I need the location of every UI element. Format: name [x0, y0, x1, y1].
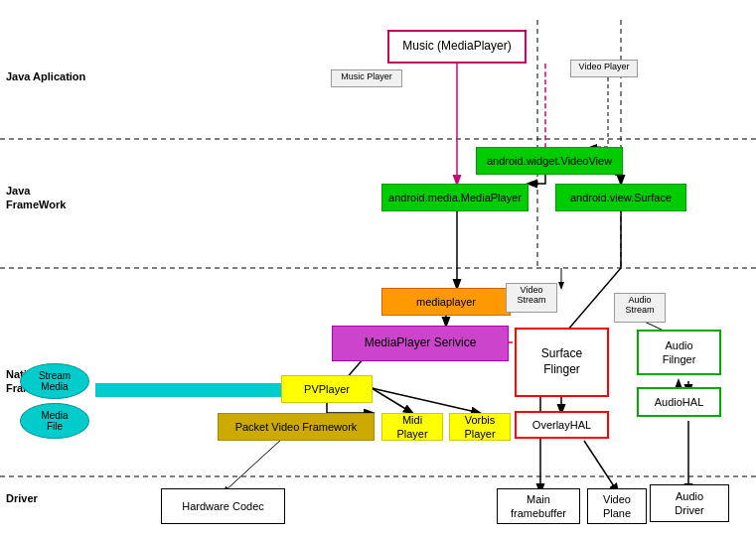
stream-media-ellipse: StreamMedia	[20, 363, 89, 399]
video-stream-label: VideoStream	[506, 283, 557, 313]
music-player-label: Music Player	[331, 69, 402, 87]
surface-view-box: android.view.Surface	[555, 184, 686, 211]
hw-codec-box: Hardware Codec	[161, 488, 285, 524]
main-framebuffer-box: Mainframebuffer	[497, 488, 580, 524]
music-mediaplayer-box: Music (MediaPlayer)	[387, 30, 527, 64]
video-view-box: android.widget.VideoView	[476, 147, 623, 175]
java-app-label: Java Aplication	[6, 69, 85, 83]
media-file-ellipse: MediaFile	[20, 403, 89, 439]
audio-hal-box: AudioHAL	[637, 387, 721, 417]
pvplayer-box: PVPlayer	[281, 375, 373, 403]
packet-video-box: Packet Video Framework	[218, 413, 375, 441]
video-plane-box: VideoPlane	[587, 488, 647, 524]
vorbis-player-box: VorbisPlayer	[449, 413, 511, 441]
media-service-box: MediaPlayer Serivice	[332, 326, 509, 361]
media-player-fw-box: android.media.MediaPlayer	[381, 184, 529, 211]
midi-player-box: MidiPlayer	[381, 413, 443, 441]
mediaplayer-box: mediaplayer	[381, 288, 511, 316]
video-player-label: Video Player	[570, 60, 638, 77]
java-framework-label: Java FrameWork	[6, 184, 66, 212]
audio-driver-box: AudioDriver	[650, 484, 729, 522]
diagram: Java Aplication Java FrameWork Native Fr…	[0, 0, 756, 536]
driver-label: Driver	[6, 491, 38, 505]
surface-flinger-box: SurfaceFlinger	[515, 328, 609, 397]
overlay-hal-box: OverlayHAL	[515, 411, 609, 439]
audio-filnger-box: AudioFilnger	[637, 330, 721, 375]
audio-stream-label: AudioStream	[614, 293, 666, 323]
